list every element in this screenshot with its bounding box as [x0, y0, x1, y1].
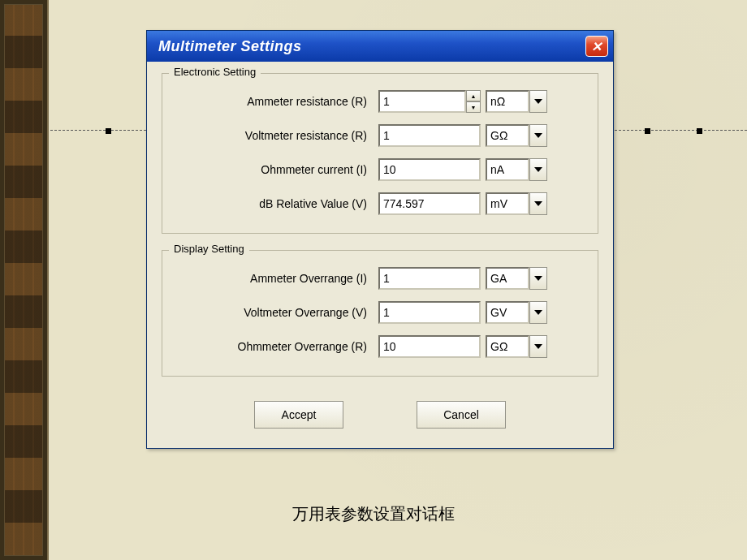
guide-dot: [697, 128, 702, 134]
unit-dropdown-button[interactable]: [529, 301, 547, 324]
chevron-down-icon: [534, 310, 542, 315]
row-ohmmeter-current: Ohmmeter current (I): [175, 158, 585, 181]
group-electronic-setting: Electronic Setting Ammeter resistance (R…: [162, 73, 598, 234]
input-ammeter-overrange[interactable]: [378, 267, 481, 290]
spinner-ammeter-resistance: ▲ ▼: [466, 90, 481, 113]
cancel-button[interactable]: Cancel: [417, 401, 506, 429]
input-ammeter-resistance[interactable]: [378, 90, 466, 113]
unit-dropdown-button[interactable]: [529, 124, 547, 147]
chevron-down-icon: [534, 99, 542, 104]
row-ohmmeter-overrange: Ohmmeter Overrange (R): [175, 335, 585, 358]
row-ammeter-resistance: Ammeter resistance (R) ▲ ▼: [175, 90, 585, 113]
unit-ammeter-overrange[interactable]: [486, 267, 529, 290]
chevron-down-icon: [534, 344, 542, 349]
spinner-down-button[interactable]: ▼: [466, 101, 481, 113]
unit-dropdown-button[interactable]: [529, 192, 547, 215]
row-db-relative-value: dB Relative Value (V): [175, 192, 585, 215]
input-ohmmeter-current[interactable]: [378, 158, 481, 181]
row-voltmeter-resistance: Voltmeter resistance (R): [175, 124, 585, 147]
group-title-display: Display Setting: [169, 243, 249, 255]
accept-button[interactable]: Accept: [254, 401, 343, 429]
unit-voltmeter-overrange[interactable]: [486, 301, 529, 324]
chevron-down-icon: [534, 167, 542, 172]
chevron-down-icon: [534, 133, 542, 138]
label-ohmmeter-current: Ohmmeter current (I): [175, 163, 378, 176]
unit-dropdown-button[interactable]: [529, 335, 547, 358]
row-ammeter-overrange: Ammeter Overrange (I): [175, 267, 585, 290]
label-ammeter-resistance: Ammeter resistance (R): [175, 95, 378, 108]
unit-ammeter-resistance[interactable]: [486, 90, 529, 113]
label-voltmeter-overrange: Voltmeter Overrange (V): [175, 306, 378, 319]
strip-pattern: [4, 4, 43, 556]
input-voltmeter-overrange[interactable]: [378, 301, 481, 324]
spinner-up-button[interactable]: ▲: [466, 90, 481, 101]
decorative-left-strip: [0, 0, 49, 560]
row-voltmeter-overrange: Voltmeter Overrange (V): [175, 301, 585, 324]
label-db-relative-value: dB Relative Value (V): [175, 197, 378, 210]
chevron-down-icon: [534, 276, 542, 281]
dialog-title: Multimeter Settings: [158, 38, 302, 55]
input-db-relative-value[interactable]: [378, 192, 481, 215]
dialog-titlebar[interactable]: Multimeter Settings ✕: [147, 31, 613, 62]
label-ohmmeter-overrange: Ohmmeter Overrange (R): [175, 340, 378, 353]
close-icon: ✕: [591, 39, 602, 54]
multimeter-settings-dialog: Multimeter Settings ✕ Electronic Setting…: [146, 30, 614, 449]
input-voltmeter-resistance[interactable]: [378, 124, 481, 147]
label-voltmeter-resistance: Voltmeter resistance (R): [175, 129, 378, 142]
unit-ohmmeter-current[interactable]: [486, 158, 529, 181]
unit-voltmeter-resistance[interactable]: [486, 124, 529, 147]
unit-db-relative-value[interactable]: [486, 192, 529, 215]
guide-dot: [645, 128, 650, 134]
group-title-electronic: Electronic Setting: [169, 66, 261, 78]
unit-dropdown-button[interactable]: [529, 90, 547, 113]
unit-dropdown-button[interactable]: [529, 158, 547, 181]
unit-dropdown-button[interactable]: [529, 267, 547, 290]
close-button[interactable]: ✕: [585, 36, 608, 57]
unit-ohmmeter-overrange[interactable]: [486, 335, 529, 358]
dialog-buttons: Accept Cancel: [162, 401, 598, 429]
chevron-down-icon: [534, 201, 542, 206]
dialog-body: Electronic Setting Ammeter resistance (R…: [147, 62, 613, 448]
label-ammeter-overrange: Ammeter Overrange (I): [175, 272, 378, 285]
input-ohmmeter-overrange[interactable]: [378, 335, 481, 358]
group-display-setting: Display Setting Ammeter Overrange (I) Vo…: [162, 250, 598, 377]
guide-dot: [106, 128, 111, 134]
slide-caption: 万用表参数设置对话框: [0, 503, 747, 525]
